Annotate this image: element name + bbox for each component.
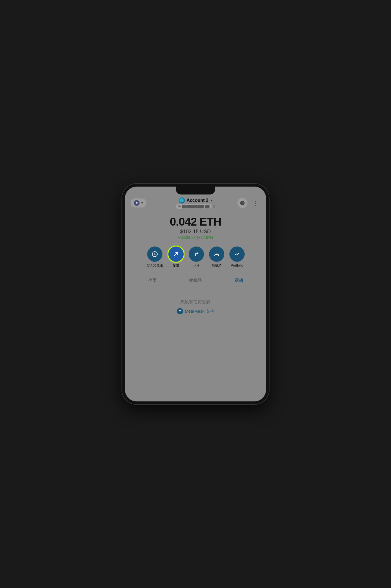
change-balance: +US$3.23 (+3.16%) bbox=[170, 235, 221, 240]
send-circle bbox=[168, 247, 184, 262]
wallet-address: 0x ██████████ ██ bbox=[176, 204, 212, 209]
usd-balance: $102.15 USD bbox=[170, 229, 221, 235]
metamask-logo bbox=[179, 197, 185, 204]
tab-tokens[interactable]: 代币 bbox=[131, 275, 174, 286]
eth-icon bbox=[134, 200, 140, 206]
bridge-action[interactable]: 跨链桥 bbox=[209, 247, 224, 268]
account-info: Account 2 ▾ 0x ██████████ ██ ⧉ bbox=[176, 197, 215, 209]
nav-right: ⋮ bbox=[237, 198, 260, 208]
action-buttons: – 买入和卖出 发送 bbox=[146, 247, 245, 268]
support-icon: ? bbox=[177, 308, 183, 314]
metamask-support-link[interactable]: ? MetaMask 支持 bbox=[177, 308, 214, 314]
address-row[interactable]: 0x ██████████ ██ ⧉ bbox=[176, 204, 215, 209]
bridge-label: 跨链桥 bbox=[212, 263, 222, 268]
swap-circle bbox=[189, 247, 204, 262]
bridge-circle bbox=[209, 247, 224, 262]
send-label: 发送 bbox=[173, 263, 179, 268]
tab-activity[interactable]: 活动 bbox=[217, 275, 260, 286]
buy-sell-circle: – bbox=[147, 247, 162, 262]
send-action[interactable]: 发送 bbox=[168, 247, 184, 268]
network-selector[interactable]: ▾ bbox=[131, 198, 146, 207]
portfolio-label: Portfolio bbox=[231, 263, 243, 267]
account-chevron-icon: ▾ bbox=[211, 198, 212, 202]
swap-action[interactable]: 兑换 bbox=[189, 247, 204, 268]
network-chevron-icon: ▾ bbox=[141, 201, 143, 205]
svg-line-10 bbox=[174, 252, 178, 256]
portfolio-circle bbox=[229, 247, 245, 262]
status-bar bbox=[125, 187, 266, 196]
portfolio-action[interactable]: Portfolio bbox=[229, 247, 245, 267]
buy-sell-label: 买入和卖出 bbox=[146, 263, 163, 268]
support-label: MetaMask 支持 bbox=[185, 309, 214, 314]
screen: ▾ bbox=[125, 187, 266, 401]
account-name: Account 2 bbox=[186, 198, 208, 203]
more-options-button[interactable]: ⋮ bbox=[250, 198, 260, 208]
swap-label: 兑换 bbox=[193, 263, 200, 268]
balance-section: 0.042 ETH $102.15 USD +US$3.23 (+3.16%) bbox=[170, 215, 221, 240]
copy-icon[interactable]: ⧉ bbox=[213, 205, 215, 208]
svg-point-2 bbox=[180, 198, 184, 202]
globe-icon-button[interactable] bbox=[237, 198, 247, 208]
top-nav: ▾ bbox=[125, 196, 266, 210]
empty-state: 您没有任何交易 ? MetaMask 支持 bbox=[177, 299, 214, 314]
empty-message: 您没有任何交易 bbox=[181, 299, 210, 305]
main-content: 0.042 ETH $102.15 USD +US$3.23 (+3.16%) … bbox=[125, 210, 266, 401]
account-row[interactable]: Account 2 ▾ bbox=[179, 197, 212, 204]
phone-frame: ▾ bbox=[122, 184, 269, 404]
eth-balance: 0.042 ETH bbox=[170, 215, 221, 228]
tabs-section: 代币 收藏品 活动 bbox=[131, 275, 260, 286]
tab-collectibles[interactable]: 收藏品 bbox=[174, 275, 217, 286]
buy-sell-action[interactable]: – 买入和卖出 bbox=[146, 247, 163, 268]
